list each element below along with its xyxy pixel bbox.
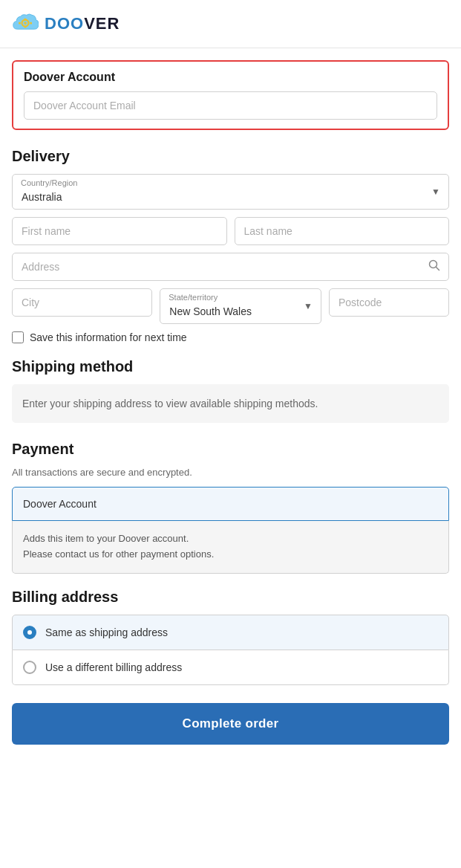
billing-different-label: Use a different billing address xyxy=(45,661,182,673)
logo-text: DOOVER xyxy=(45,14,120,33)
shipping-info-text: Enter your shipping address to view avai… xyxy=(22,398,318,409)
payment-option-label: Doover Account xyxy=(23,498,97,510)
billing-title: Billing address xyxy=(12,589,449,606)
payment-subtitle: All transactions are secure and encrypte… xyxy=(12,467,449,478)
payment-option-doover[interactable]: Doover Account xyxy=(12,487,449,521)
billing-same-label: Same as shipping address xyxy=(45,626,168,638)
delivery-title: Delivery xyxy=(12,148,449,165)
doover-account-section: Doover Account xyxy=(12,60,449,130)
search-icon xyxy=(428,259,440,274)
last-name-input[interactable] xyxy=(235,217,450,245)
country-region-wrapper: Country/Region Australia ▼ xyxy=(12,174,449,210)
doover-logo-icon xyxy=(12,10,39,37)
logo: DOOVER xyxy=(12,10,120,37)
billing-section: Billing address Same as shipping address… xyxy=(12,589,449,685)
name-row xyxy=(12,217,449,245)
doover-account-email-input[interactable] xyxy=(24,91,437,120)
address-wrapper xyxy=(12,253,449,281)
svg-rect-5 xyxy=(30,22,32,25)
save-info-checkbox[interactable] xyxy=(12,331,24,343)
billing-option-different[interactable]: Use a different billing address xyxy=(12,650,449,685)
radio-same-shipping[interactable] xyxy=(23,626,36,639)
svg-rect-4 xyxy=(19,22,21,25)
svg-rect-3 xyxy=(24,26,27,28)
city-state-postcode-row: State/territory New South Wales ▼ xyxy=(12,288,449,324)
payment-desc-line1: Adds this item to your Doover account. xyxy=(23,531,438,547)
main-content: Doover Account Delivery Country/Region A… xyxy=(0,48,461,771)
billing-option-same[interactable]: Same as shipping address xyxy=(12,615,449,650)
state-label: State/territory xyxy=(169,293,218,302)
shipping-method-section: Shipping method Enter your shipping addr… xyxy=(12,358,449,423)
payment-section: Payment All transactions are secure and … xyxy=(12,441,449,574)
header: DOOVER xyxy=(0,0,461,48)
svg-point-1 xyxy=(24,22,27,25)
payment-title: Payment xyxy=(12,441,449,458)
first-name-input[interactable] xyxy=(12,217,227,245)
doover-account-title: Doover Account xyxy=(24,71,437,84)
payment-description: Adds this item to your Doover account. P… xyxy=(12,521,449,574)
state-wrapper: State/territory New South Wales ▼ xyxy=(160,288,321,324)
country-label: Country/Region xyxy=(21,178,77,187)
shipping-method-title: Shipping method xyxy=(12,358,449,375)
delivery-section: Delivery Country/Region Australia ▼ xyxy=(12,148,449,343)
svg-line-7 xyxy=(437,268,439,271)
shipping-info-box: Enter your shipping address to view avai… xyxy=(12,384,449,423)
svg-rect-2 xyxy=(24,19,27,21)
save-info-row: Save this information for next time xyxy=(12,331,449,343)
postcode-input[interactable] xyxy=(329,288,449,317)
city-input[interactable] xyxy=(12,288,152,317)
radio-different-billing[interactable] xyxy=(23,661,36,674)
complete-order-button[interactable]: Complete order xyxy=(12,703,449,745)
save-info-label: Save this information for next time xyxy=(30,331,187,343)
address-input[interactable] xyxy=(12,253,449,281)
payment-desc-line2: Please contact us for other payment opti… xyxy=(23,547,438,563)
